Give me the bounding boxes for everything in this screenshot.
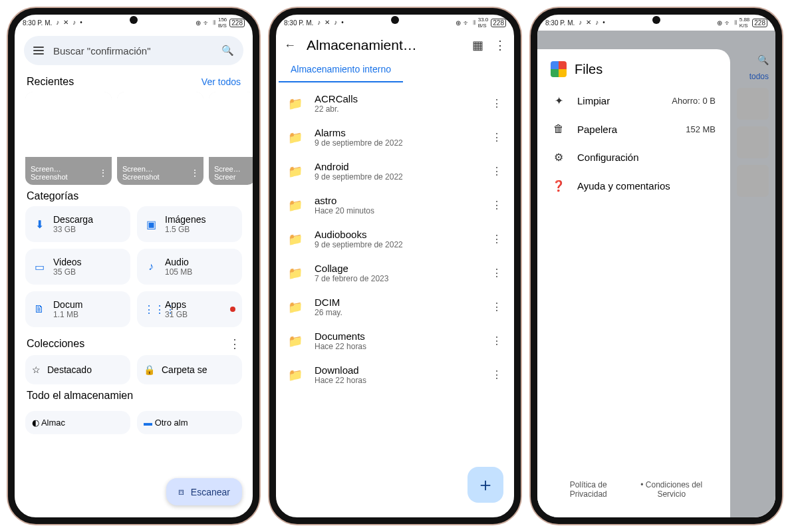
folder-icon: 📁 [288,96,303,111]
folder-icon: 📁 [288,130,303,145]
more-icon[interactable]: ⋮ [98,168,108,178]
menu-icon[interactable] [33,47,44,55]
drawer-item[interactable]: ⚙Configuración [537,143,730,172]
folder-row[interactable]: 📁Collage7 de febrero de 2023⋮ [276,256,514,290]
recents-title: Recientes [27,76,74,88]
status-bar: 8:30 P. M.♪✕♪• ⊕ᯤ⫴5.88K/S228 [537,15,775,31]
category-videos[interactable]: ▭Videos35 GB [25,249,130,285]
more-icon[interactable]: ⋮ [190,168,200,178]
more-icon[interactable]: ⋮ [494,38,506,53]
nav-drawer: Files ✦LimpiarAhorro: 0 B🗑Papelera152 MB… [537,49,730,517]
more-icon[interactable]: ⋮ [491,267,502,279]
image-icon: ▣ [144,218,158,231]
status-bar: 8:30 P. M. ♪✕♪• ⊕ᯤ⫴156B/S228 [15,15,253,31]
more-icon[interactable]: ⋮ [491,165,502,178]
status-bar: 8:30 P. M.♪✕♪• ⊕ᯤ⫴33.0B/S228 [276,15,514,31]
notification-dot [230,307,235,312]
categories-title: Categorías [27,190,78,202]
folder-icon: 📁 [288,266,303,281]
more-icon[interactable]: ⋮ [491,131,502,144]
more-icon[interactable]: ⋮ [491,97,502,110]
folder-row[interactable]: 📁Android9 de septiembre de 2022⋮ [276,154,514,188]
lock-icon: 🔒 [144,364,155,375]
grid-view-icon[interactable]: ▦ [472,38,483,53]
folder-icon: 📁 [288,232,303,247]
files-logo-icon [551,61,567,77]
folder-row[interactable]: 📁Audiobooks9 de septiembre de 2022⋮ [276,222,514,256]
add-button[interactable]: ＋ [467,467,503,503]
phone-home: 8:30 P. M. ♪✕♪• ⊕ᯤ⫴156B/S228 Buscar "con… [8,8,259,524]
apps-icon: ⋮⋮⋮ [144,303,158,316]
menu-item-icon: ❓ [552,180,565,192]
document-icon: 🗎 [32,303,47,315]
category-audio[interactable]: ♪Audio105 MB [137,249,242,285]
menu-item-icon: ✦ [552,94,565,107]
folder-row[interactable]: 📁DCIM26 may.⋮ [276,290,514,324]
star-icon: ☆ [32,364,41,375]
category-apps[interactable]: ⋮⋮⋮Apps31 GB [137,291,242,327]
search-icon[interactable]: 🔍 [221,45,234,57]
video-icon: ▭ [32,261,47,273]
folder-icon: 📁 [288,368,303,382]
phone-storage: 8:30 P. M.♪✕♪• ⊕ᯤ⫴33.0B/S228 ← Almacenam… [269,8,521,524]
tos-link[interactable]: • Condiciones del Servicio [626,480,717,499]
folder-row[interactable]: 📁astroHace 20 minutos⋮ [276,188,514,222]
recents-row: Screen…Screenshot ⋮ Screen…Screenshot ⋮ … [15,92,253,185]
collection-starred[interactable]: ☆Destacado [25,355,130,384]
more-icon[interactable]: ⋮ [491,334,502,347]
scan-button[interactable]: ⧈Escanear [166,478,242,505]
back-icon[interactable]: ← [284,39,296,53]
more-icon[interactable]: ⋮ [491,368,502,381]
audio-icon: ♪ [144,261,158,273]
recents-view-all[interactable]: Ver todos [201,76,241,87]
folder-icon: 📁 [288,300,303,315]
download-icon: ⬇ [32,218,47,231]
phone-drawer: 8:30 P. M.♪✕♪• ⊕ᯤ⫴5.88K/S228 🔍 todos Fil… [531,8,782,524]
folder-row[interactable]: 📁ACRCalls22 abr.⋮ [276,86,514,120]
folder-icon: 📁 [288,198,303,213]
search-input[interactable]: Buscar "confirmación" [53,45,212,57]
drawer-item[interactable]: ✦LimpiarAhorro: 0 B [537,86,730,115]
more-icon[interactable]: ⋮ [491,301,502,313]
more-icon[interactable]: ⋮ [491,199,502,211]
collections-title: Colecciones [27,338,84,350]
app-name: Files [575,62,602,77]
menu-item-icon: 🗑 [552,123,565,135]
collection-safe[interactable]: 🔒Carpeta se [137,355,242,384]
recent-thumb[interactable]: Scree…Screer [209,92,253,185]
folder-icon: 📁 [288,164,303,179]
category-documents[interactable]: 🗎Docum1.1 MB [25,291,130,327]
tab-internal-storage[interactable]: Almacenamiento interno [279,60,403,82]
search-bar[interactable]: Buscar "confirmación" 🔍 [24,36,243,65]
category-images[interactable]: ▣Imágenes1.5 GB [137,206,242,242]
more-icon[interactable]: ⋮ [229,336,241,351]
scan-icon: ⧈ [178,486,184,497]
folder-row[interactable]: 📁DocumentsHace 22 horas⋮ [276,324,514,358]
folder-icon: 📁 [288,334,303,348]
menu-item-icon: ⚙ [552,151,565,164]
folder-row[interactable]: 📁Alarms9 de septiembre de 2022⋮ [276,120,514,154]
storage-other[interactable]: ▬ Otro alm [137,411,242,434]
page-title: Almacenamient… [307,37,462,53]
recent-thumb[interactable]: Screen…Screenshot ⋮ [117,92,203,185]
drawer-item[interactable]: 🗑Papelera152 MB [537,115,730,143]
folder-row[interactable]: 📁DownloadHace 22 horas⋮ [276,358,514,392]
privacy-link[interactable]: Política de Privacidad [551,480,626,499]
category-downloads[interactable]: ⬇Descarga33 GB [25,206,130,242]
drawer-item[interactable]: ❓Ayuda y comentarios [537,172,730,200]
recent-thumb[interactable]: Screen…Screenshot ⋮ [25,92,112,185]
more-icon[interactable]: ⋮ [491,233,502,245]
storage-internal[interactable]: ◐ Almac [25,411,130,434]
storage-title: Todo el almacenamien [27,390,133,402]
